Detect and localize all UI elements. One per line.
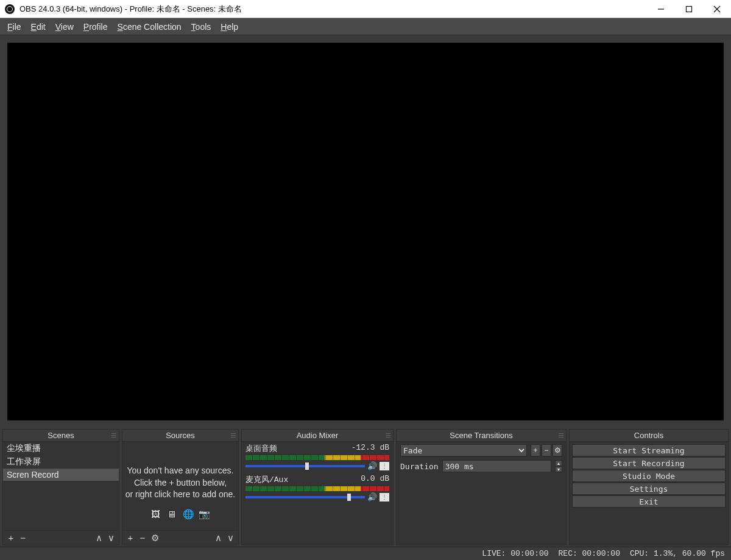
speaker-icon[interactable]: 🔊 xyxy=(367,461,377,470)
menu-help[interactable]: Help xyxy=(216,18,243,35)
duration-label: Duration xyxy=(400,462,439,471)
sources-empty-line: You don't have any sources. xyxy=(122,465,238,477)
mixer-track: 麦克风/Aux0.0 dB 🔊 ⋮ xyxy=(242,473,393,504)
image-icon: 🖼 xyxy=(151,508,162,516)
settings-button[interactable]: Settings xyxy=(572,483,726,495)
level-meter xyxy=(245,455,389,460)
studio-mode-button[interactable]: Studio Mode xyxy=(572,470,726,482)
duration-input[interactable] xyxy=(442,460,551,472)
window-title: OBS 24.0.3 (64-bit, windows) - Profile: … xyxy=(19,4,647,15)
sources-list[interactable]: You don't have any sources. Click the + … xyxy=(122,442,238,530)
scene-item[interactable]: Scren Record xyxy=(3,469,119,481)
camera-icon: 📷 xyxy=(199,508,210,516)
remove-source-button[interactable]: − xyxy=(138,533,147,543)
track-db: -12.3 dB xyxy=(351,443,389,454)
volume-slider[interactable] xyxy=(245,465,365,467)
preview-canvas[interactable] xyxy=(7,43,724,420)
status-rec: REC: 00:00:00 xyxy=(559,549,620,558)
volume-slider[interactable] xyxy=(245,496,365,498)
scene-item[interactable]: 尘埃重播 xyxy=(3,442,119,455)
grip-icon[interactable] xyxy=(386,433,390,438)
transitions-dock: Scene Transitions Fade + − ⚙ Duration xyxy=(396,429,567,545)
duration-step-down[interactable]: ▼ xyxy=(555,466,562,472)
controls-title: Controls xyxy=(634,431,663,440)
track-db: 0.0 dB xyxy=(361,474,389,485)
menu-file[interactable]: File xyxy=(2,18,26,35)
mixer-track: 桌面音频-12.3 dB 🔊 ⋮ xyxy=(242,442,393,473)
menu-bar: File Edit View Profile Scene Collection … xyxy=(0,18,731,35)
display-icon: 🖥 xyxy=(167,508,178,516)
transition-select[interactable]: Fade xyxy=(400,444,527,456)
sources-dock: Sources You don't have any sources. Clic… xyxy=(122,429,239,545)
scenes-dock: Scenes 尘埃重播 工作录屏 Scren Record + − ∧ ∨ xyxy=(2,429,119,545)
add-scene-button[interactable]: + xyxy=(7,533,15,543)
grip-icon[interactable] xyxy=(111,433,116,438)
controls-dock: Controls Start Streaming Start Recording… xyxy=(569,429,729,545)
menu-edit[interactable]: Edit xyxy=(26,18,51,35)
move-source-down-button[interactable]: ∨ xyxy=(226,533,235,544)
scene-item[interactable]: 工作录屏 xyxy=(3,455,119,469)
minimize-button[interactable] xyxy=(647,0,675,18)
sources-title: Sources xyxy=(166,431,195,440)
menu-scene-collection[interactable]: Scene Collection xyxy=(113,18,186,35)
mixer-title: Audio Mixer xyxy=(297,431,339,440)
move-scene-down-button[interactable]: ∨ xyxy=(107,533,115,544)
status-cpu: CPU: 1.3%, 60.00 fps xyxy=(630,549,725,558)
transitions-title: Scene Transitions xyxy=(450,431,512,440)
transition-properties-button[interactable]: ⚙ xyxy=(553,444,562,456)
remove-scene-button[interactable]: − xyxy=(19,533,27,543)
close-button[interactable] xyxy=(703,0,731,18)
move-scene-up-button[interactable]: ∧ xyxy=(94,533,103,544)
speaker-icon[interactable]: 🔊 xyxy=(367,492,377,502)
sources-empty-line: Click the + button below, xyxy=(122,477,238,489)
grip-icon[interactable] xyxy=(231,433,236,438)
track-settings-button[interactable]: ⋮ xyxy=(380,493,389,502)
track-settings-button[interactable]: ⋮ xyxy=(380,462,389,470)
globe-icon: 🌐 xyxy=(183,508,194,516)
remove-transition-button[interactable]: − xyxy=(542,444,551,456)
status-bar: LIVE: 00:00:00 REC: 00:00:00 CPU: 1.3%, … xyxy=(0,547,731,560)
menu-tools[interactable]: Tools xyxy=(186,18,216,35)
add-transition-button[interactable]: + xyxy=(531,444,540,456)
scenes-list[interactable]: 尘埃重播 工作录屏 Scren Record xyxy=(3,442,119,530)
source-type-icons: 🖼 🖥 🌐 📷 xyxy=(122,505,238,517)
duration-step-up[interactable]: ▲ xyxy=(555,460,562,466)
level-meter xyxy=(245,486,389,491)
menu-view[interactable]: View xyxy=(51,18,79,35)
exit-button[interactable]: Exit xyxy=(572,495,726,508)
source-properties-button[interactable]: ⚙ xyxy=(150,533,159,544)
menu-profile[interactable]: Profile xyxy=(79,18,113,35)
audio-mixer-dock: Audio Mixer 桌面音频-12.3 dB 🔊 ⋮ 麦克风/Aux0.0 … xyxy=(241,429,394,545)
add-source-button[interactable]: + xyxy=(126,533,135,543)
move-source-up-button[interactable]: ∧ xyxy=(214,533,222,544)
app-icon xyxy=(5,4,15,14)
svg-rect-1 xyxy=(687,6,692,12)
maximize-button[interactable] xyxy=(675,0,703,18)
scenes-title: Scenes xyxy=(48,431,74,440)
window-titlebar: OBS 24.0.3 (64-bit, windows) - Profile: … xyxy=(0,0,731,18)
start-recording-button[interactable]: Start Recording xyxy=(572,457,726,469)
track-name: 桌面音频 xyxy=(245,443,351,454)
track-name: 麦克风/Aux xyxy=(245,474,361,485)
grip-icon[interactable] xyxy=(559,433,563,438)
sources-empty-line: or right click here to add one. xyxy=(122,489,238,501)
start-streaming-button[interactable]: Start Streaming xyxy=(572,444,726,456)
status-live: LIVE: 00:00:00 xyxy=(482,549,548,558)
